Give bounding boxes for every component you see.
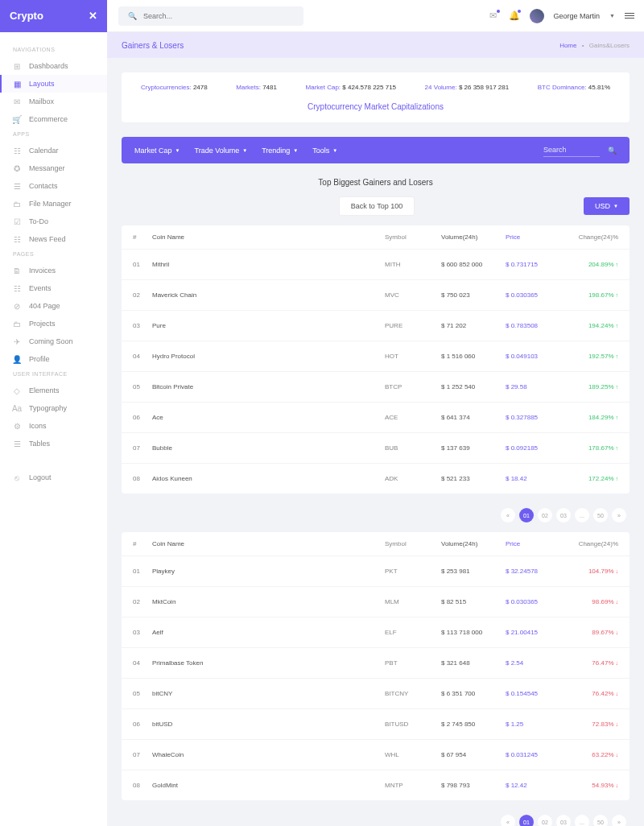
gainers-pagination: «010203...50»	[122, 500, 630, 532]
events-icon: ☷	[13, 284, 21, 292]
news feed-icon: ☷	[13, 235, 21, 243]
main-content: Gainers & Losers Home • Gains&Losers Cry…	[107, 32, 644, 826]
table-row[interactable]: 08 Aidos Kuneen ADK $ 521 233 $ 18.42 17…	[122, 463, 630, 494]
page-«[interactable]: «	[501, 815, 515, 826]
to-do-icon: ☑	[13, 217, 21, 225]
stats-title: Cryptocurrency Market Capitalizations	[141, 91, 610, 122]
toolbar-tools[interactable]: Tools▼	[312, 147, 337, 155]
arrow-down-icon: ↓	[616, 630, 619, 635]
sidebar-item-ecommerce[interactable]: 🛒Ecommerce	[0, 110, 107, 128]
sidebar-item-layouts[interactable]: ▦Layouts	[0, 75, 107, 93]
toolbar-trending[interactable]: Trending▼	[262, 147, 298, 155]
page-03[interactable]: 03	[556, 815, 571, 826]
table-row[interactable]: 05 bitCNY BITCNY $ 6 351 700 $ 0.154545 …	[122, 678, 630, 708]
sidebar-item-events[interactable]: ☷Events	[0, 279, 107, 297]
sidebar-item-mailbox[interactable]: ✉Mailbox	[0, 93, 107, 110]
sidebar-item-404-page[interactable]: ⊘404 Page	[0, 297, 107, 315]
page-...[interactable]: ...	[575, 815, 589, 826]
sidebar-item-file-manager[interactable]: 🗀File Manager	[0, 195, 107, 213]
avatar[interactable]	[530, 9, 544, 23]
sidebar-item-elements[interactable]: ◇Elements	[0, 382, 107, 399]
topbar: Crypto ✕ 🔍 ✉ 🔔 George Martin ▼	[0, 0, 644, 32]
currency-button[interactable]: USD▼	[584, 197, 630, 215]
table-row[interactable]: 04 Primalbase Token PBT $ 321 648 $ 2.54…	[122, 647, 630, 678]
sidebar-item-coming-soon[interactable]: ✈Coming Soon	[0, 332, 107, 350]
breadcrumb-current: Gains&Losers	[589, 42, 630, 49]
sidebar-item-calendar[interactable]: ☷Calendar	[0, 142, 107, 159]
search-input[interactable]	[143, 12, 288, 20]
page-«[interactable]: «	[501, 508, 515, 522]
collapse-icon[interactable]: ✕	[89, 10, 97, 22]
table-row[interactable]: 06 bitUSD BITUSD $ 2 745 850 $ 1.25 72.8…	[122, 708, 630, 739]
mail-icon[interactable]: ✉	[488, 10, 499, 22]
page-03[interactable]: 03	[556, 508, 571, 522]
toolbar-market-cap[interactable]: Market Cap▼	[134, 147, 180, 155]
arrow-down-icon: ↓	[616, 752, 619, 758]
table-row[interactable]: 04 Hydro Protocol HOT $ 1 516 060 $ 0.04…	[122, 341, 630, 371]
sidebar-item-profile[interactable]: 👤Profile	[0, 350, 107, 368]
toolbar-trade-volume[interactable]: Trade Volume▼	[194, 147, 247, 155]
breadcrumb-home[interactable]: Home	[559, 42, 576, 49]
table-row[interactable]: 03 Pure PURE $ 71 202 $ 0.783508 194.24%…	[122, 310, 630, 341]
table-row[interactable]: 05 Bitcoin Private BTCP $ 1 252 540 $ 29…	[122, 371, 630, 402]
sidebar-item-messanger[interactable]: ✪Messanger	[0, 159, 107, 177]
page-»[interactable]: »	[612, 815, 626, 826]
page-01[interactable]: 01	[519, 815, 534, 826]
page-02[interactable]: 02	[538, 508, 552, 522]
sidebar-item-dashboards[interactable]: ⊞Dashboards	[0, 57, 107, 75]
page-50[interactable]: 50	[593, 508, 608, 522]
table-row[interactable]: 02 MktCoin MLM $ 82 515 $ 0.030365 98.69…	[122, 586, 630, 617]
elements-icon: ◇	[13, 386, 21, 394]
nav-group-header: APPS	[0, 128, 107, 142]
page-50[interactable]: 50	[593, 815, 608, 826]
arrow-down-icon: ↓	[616, 721, 619, 727]
search-box[interactable]: 🔍	[118, 6, 303, 26]
messanger-icon: ✪	[13, 164, 21, 172]
chevron-down-icon[interactable]: ▼	[609, 13, 615, 19]
table-row[interactable]: 07 WhaleCoin WHL $ 67 954 $ 0.031245 63.…	[122, 739, 630, 770]
back-button[interactable]: Back to Top 100	[339, 196, 415, 216]
projects-icon: 🗀	[13, 320, 21, 328]
table-row[interactable]: 03 Aelf ELF $ 113 718 000 $ 21.00415 89.…	[122, 617, 630, 647]
table-row[interactable]: 06 Ace ACE $ 641 374 $ 0.327885 184.29%↑	[122, 402, 630, 432]
sidebar-item-news-feed[interactable]: ☷News Feed	[0, 230, 107, 248]
arrow-up-icon: ↑	[616, 262, 619, 267]
table-row[interactable]: 07 Bubble BUB $ 137 639 $ 0.092185 178.6…	[122, 432, 630, 463]
page-01[interactable]: 01	[519, 508, 534, 522]
table-head: #Coin NameSymbol Volume(24h)PriceChange(…	[122, 532, 630, 555]
page-header: Gainers & Losers Home • Gains&Losers	[107, 32, 644, 58]
logout-button[interactable]: ⎋Logout	[0, 469, 107, 486]
user-name[interactable]: George Martin	[554, 12, 601, 20]
toolbar-search-input[interactable]	[543, 143, 600, 157]
table-row[interactable]: 01 Mithril MITH $ 600 852 000 $ 0.731715…	[122, 249, 630, 279]
menu-icon[interactable]	[625, 13, 634, 19]
tables-icon: ☰	[13, 440, 21, 448]
bell-icon[interactable]: 🔔	[509, 10, 520, 22]
table-row[interactable]: 08 GoldMint MNTP $ 798 793 $ 12.42 54.93…	[122, 770, 630, 800]
search-icon[interactable]: 🔍	[608, 147, 617, 155]
toolbar-search: 🔍	[543, 143, 617, 157]
table-head: #Coin NameSymbol Volume(24h)PriceChange(…	[122, 225, 630, 249]
sidebar-item-icons[interactable]: ⚙Icons	[0, 417, 107, 435]
invoices-icon: 🗎	[13, 266, 21, 275]
table-row[interactable]: 01 Playkey PKT $ 253 981 $ 32.24578 104.…	[122, 555, 630, 586]
toolbar: Market Cap▼Trade Volume▼Trending▼Tools▼ …	[122, 137, 630, 163]
contacts-icon: ☰	[13, 182, 21, 190]
arrow-up-icon: ↑	[616, 323, 619, 328]
sidebar-item-invoices[interactable]: 🗎Invoices	[0, 262, 107, 279]
nav-group-header: PAGES	[0, 248, 107, 262]
sidebar-item-projects[interactable]: 🗀Projects	[0, 315, 107, 332]
sidebar-item-to-do[interactable]: ☑To-Do	[0, 213, 107, 230]
stats-card: Cryptocurrencies: 2478 Markets: 7481 Mar…	[122, 72, 630, 122]
search-icon: 🔍	[128, 12, 137, 20]
sidebar-item-typography[interactable]: AaTypography	[0, 399, 107, 417]
sidebar-item-tables[interactable]: ☰Tables	[0, 435, 107, 452]
logo[interactable]: Crypto ✕	[0, 0, 107, 32]
sidebar-item-contacts[interactable]: ☰Contacts	[0, 177, 107, 195]
table-row[interactable]: 02 Maverick Chain MVC $ 750 023 $ 0.0303…	[122, 279, 630, 310]
arrow-down-icon: ↓	[616, 599, 619, 605]
page-02[interactable]: 02	[538, 815, 552, 826]
page-...[interactable]: ...	[575, 508, 589, 522]
logout-icon: ⎋	[13, 473, 21, 481]
page-»[interactable]: »	[612, 508, 626, 522]
